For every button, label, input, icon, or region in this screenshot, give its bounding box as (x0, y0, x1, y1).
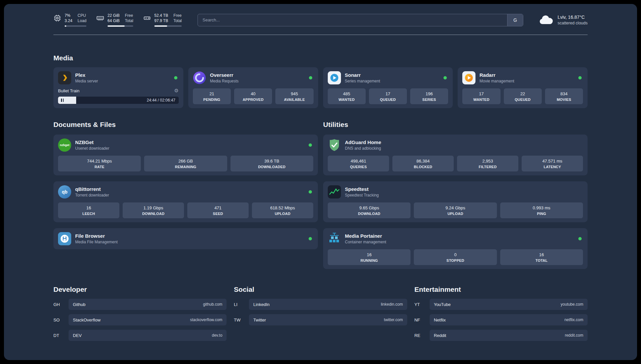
portainer-card[interactable]: Media Portainer Container management 16 … (323, 228, 588, 269)
bookmark-url: netflix.com (565, 318, 583, 322)
app-subtitle: Torrent downloader (75, 193, 305, 197)
stat-label: RATE (59, 165, 139, 169)
bookmark-link-stackoverflow[interactable]: StackOverflow stackoverflow.com (69, 314, 227, 325)
section-title-developer: Developer (53, 286, 227, 293)
nzbget-card[interactable]: nzbget NZBGet Usenet downloader 744.21 M… (53, 135, 318, 175)
status-dot (578, 237, 582, 240)
app-name: AdGuard Home (345, 139, 583, 145)
qbittorrent-card[interactable]: qb qBittorrent Torrent downloader 16 LEE… (53, 181, 318, 222)
radarr-card[interactable]: Radarr Movie management 17 WANTED 22 QUE… (458, 67, 588, 108)
stat-tile: 266 GB REMAINING (144, 156, 227, 171)
disk-icon (143, 14, 151, 22)
memory-widget: 22 GiB 64 GiB Free Total (96, 13, 133, 27)
overseerr-card[interactable]: Overseerr Media Requests 21 PENDING 40 A… (188, 67, 318, 108)
bookmark-abbr: YT (414, 302, 430, 307)
adguard-card[interactable]: AdGuard Home DNS and adblocking 498,461 … (323, 135, 588, 175)
filebrowser-card[interactable]: File Browser Media File Management (53, 228, 318, 249)
stat-value: 47.571 ms (523, 159, 582, 164)
app-subtitle: Media Requests (210, 79, 305, 83)
qbittorrent-icon: qb (58, 185, 71, 198)
stat-label: UPLOAD (253, 212, 312, 216)
app-subtitle: Media server (75, 79, 170, 83)
adguard-icon (328, 138, 341, 152)
cpu-label-2: Load (77, 18, 86, 24)
portainer-icon (328, 232, 341, 245)
weather-widget: Lviv, 16.87°C scattered clouds (538, 15, 588, 25)
app-name: qBittorrent (75, 186, 305, 192)
bookmark-link-github[interactable]: Github github.com (69, 299, 227, 310)
section-title-media: Media (53, 54, 588, 62)
bookmark-link-twitter[interactable]: Twitter twitter.com (249, 314, 407, 325)
status-dot (443, 76, 447, 79)
status-dot (174, 76, 177, 79)
plex-card[interactable]: Plex Media server Bullet Train ⚙ 24:44 /… (53, 67, 183, 108)
status-dot (578, 76, 582, 79)
stat-label: RUNNING (329, 258, 409, 262)
bookmark-link-netflix[interactable]: Netflix netflix.com (430, 314, 588, 325)
sonarr-icon (328, 71, 341, 84)
status-dot (309, 237, 312, 240)
stat-label: AVAILABLE (277, 98, 312, 102)
stat-value: 266 GB (145, 159, 226, 164)
bookmark-url: linkedin.com (381, 302, 403, 307)
bookmark-link-linkedin[interactable]: LinkedIn linkedin.com (249, 299, 407, 310)
pause-icon[interactable] (61, 99, 64, 102)
speedtest-card[interactable]: Speedtest Speedtest Tracking 9.65 Gbps D… (323, 181, 588, 222)
cpu-percent: 7% (65, 13, 72, 18)
developer-bookmarks: Developer GH Github github.com SO StackO… (53, 286, 227, 341)
overseerr-icon (193, 71, 206, 84)
stat-tile: 40 APPROVED (234, 88, 272, 104)
stat-tile: 0 STOPPED (414, 249, 497, 265)
status-dot (309, 190, 312, 194)
gear-icon[interactable]: ⚙ (174, 88, 178, 94)
disk-widget: 52.4 TB 97.9 TB Free Total (143, 13, 182, 27)
stat-tile: 196 SERIES (410, 88, 448, 104)
filebrowser-icon (58, 232, 71, 245)
bookmark-link-reddit[interactable]: Reddit reddit.com (430, 330, 588, 341)
ram-label-free: Free (125, 13, 133, 18)
disk-free: 52.4 TB (154, 13, 168, 18)
stat-value: 86,384 (394, 159, 452, 164)
app-subtitle: Movie management (479, 79, 574, 83)
disk-total: 97.9 TB (154, 18, 168, 24)
app-name: Radarr (479, 72, 574, 78)
stat-value: 21 (194, 91, 229, 96)
bookmark-name: DEV (73, 333, 82, 338)
ram-free: 22 GiB (107, 13, 120, 18)
bookmark-link-youtube[interactable]: YouTube youtube.com (430, 299, 588, 310)
bookmark-url: reddit.com (565, 333, 583, 338)
bookmark-link-dev[interactable]: DEV dev.to (69, 330, 227, 341)
app-subtitle: Speedtest Tracking (345, 193, 583, 197)
stat-value: 744.21 Mbps (59, 159, 139, 164)
stat-label: QUERIES (329, 165, 388, 169)
stat-value: 9.65 Gbps (329, 205, 409, 210)
bookmark-url: github.com (203, 302, 223, 307)
sonarr-card[interactable]: Sonarr Series management 485 WANTED 17 Q… (323, 67, 453, 108)
stat-value: 22 (505, 91, 540, 96)
app-subtitle: DNS and adblocking (345, 146, 583, 151)
app-name: Sonarr (345, 72, 440, 78)
stat-label: WANTED (464, 98, 499, 102)
bookmark-url: youtube.com (561, 302, 583, 307)
stat-label: SEED (189, 212, 247, 216)
app-name: Speedtest (345, 186, 583, 192)
stat-label: REMAINING (145, 165, 226, 169)
search-input[interactable] (198, 17, 507, 22)
stat-label: TOTAL (502, 258, 582, 262)
stat-tile: 21 PENDING (193, 88, 231, 104)
stat-label: DOWNLOAD (124, 212, 183, 216)
stat-value: 9.24 Gbps (415, 205, 495, 210)
playback-progress-bar[interactable]: 24:44 / 02:06:47 (58, 97, 179, 104)
app-name: File Browser (75, 233, 305, 239)
bookmark-name: Github (73, 302, 85, 307)
bookmark-row: RE Reddit reddit.com (414, 330, 588, 341)
ram-label-total: Total (125, 18, 133, 24)
search-engine-button[interactable]: G (507, 14, 523, 26)
stat-value: 2,953 (458, 159, 517, 164)
stat-tile: 498,461 QUERIES (328, 156, 389, 171)
cpu-load-value: 3.24 (65, 18, 72, 24)
speedtest-icon (328, 185, 341, 198)
playback-time: 24:44 / 02:06:47 (147, 98, 175, 103)
stat-tile: 0.993 ms PING (500, 202, 583, 218)
cpu-widget: 7% 3.24 CPU Load (53, 13, 86, 27)
